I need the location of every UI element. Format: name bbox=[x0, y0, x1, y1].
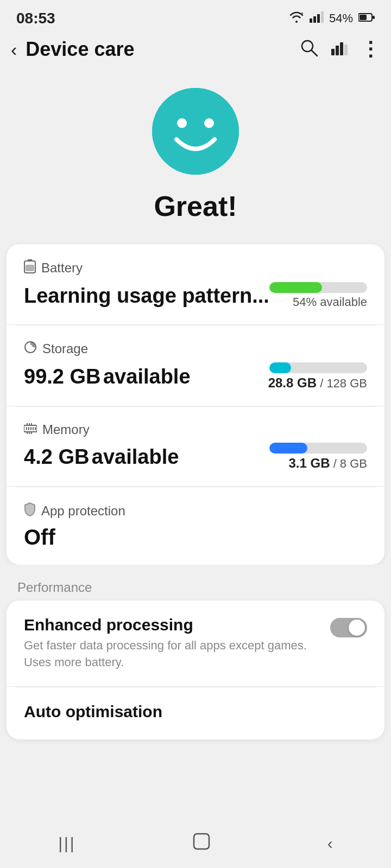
page-title: Device care bbox=[26, 38, 300, 61]
storage-used: 28.8 GB bbox=[268, 375, 317, 390]
svg-line-9 bbox=[312, 50, 317, 56]
battery-card[interactable]: Battery Learning usage pattern... 54% av… bbox=[7, 244, 384, 325]
battery-status-text: Learning usage pattern... bbox=[24, 284, 269, 308]
svg-text:+: + bbox=[301, 11, 304, 16]
battery-available-text: 54% available bbox=[293, 295, 367, 309]
app-protection-status: Off bbox=[24, 525, 55, 549]
memory-sub: available bbox=[92, 445, 179, 468]
hero-title: Great! bbox=[154, 190, 237, 222]
svg-rect-4 bbox=[321, 11, 324, 23]
memory-main: 4.2 GB available bbox=[24, 445, 179, 469]
auto-optimisation-content: Auto optimisation bbox=[24, 703, 367, 724]
status-bar: 08:53 + 54% bbox=[0, 0, 391, 33]
storage-value: 99.2 GB bbox=[24, 365, 101, 388]
device-stats-card: Battery Learning usage pattern... 54% av… bbox=[7, 244, 384, 565]
svg-rect-18 bbox=[28, 259, 32, 261]
battery-label: Battery bbox=[41, 260, 83, 276]
search-icon[interactable] bbox=[300, 39, 318, 61]
svg-rect-23 bbox=[26, 427, 27, 430]
performance-settings-card: Enhanced processing Get faster data proc… bbox=[7, 601, 384, 739]
battery-right: 54% available bbox=[269, 282, 367, 309]
svg-rect-25 bbox=[30, 427, 31, 430]
app-protection-label: App protection bbox=[41, 503, 125, 519]
wifi-icon: + bbox=[289, 11, 304, 26]
enhanced-processing-title: Enhanced processing bbox=[24, 616, 319, 634]
memory-detail-text: 3.1 GB / 8 GB bbox=[288, 456, 367, 471]
storage-progress-bar bbox=[269, 362, 367, 373]
battery-card-icon bbox=[24, 259, 36, 277]
auto-optimisation-title: Auto optimisation bbox=[24, 703, 356, 721]
back-button[interactable]: ‹ bbox=[11, 40, 17, 59]
app-protection-card[interactable]: App protection Off bbox=[7, 487, 384, 565]
enhanced-processing-toggle[interactable] bbox=[330, 618, 367, 637]
svg-rect-11 bbox=[336, 46, 339, 55]
svg-rect-19 bbox=[26, 265, 34, 271]
svg-rect-34 bbox=[194, 834, 209, 849]
data-usage-icon[interactable] bbox=[331, 40, 348, 59]
more-options-icon[interactable]: ⋮ bbox=[361, 42, 380, 58]
memory-right: 3.1 GB / 8 GB bbox=[269, 443, 367, 471]
svg-point-21 bbox=[28, 345, 33, 349]
home-button[interactable] bbox=[192, 832, 211, 855]
storage-card[interactable]: Storage 99.2 GB available 28.8 GB / 128 … bbox=[7, 326, 384, 406]
recents-button[interactable]: ||| bbox=[58, 834, 75, 853]
enhanced-processing-content: Enhanced processing Get faster data proc… bbox=[24, 616, 330, 671]
svg-rect-6 bbox=[360, 15, 367, 20]
svg-rect-3 bbox=[317, 14, 320, 23]
hero-section: Great! bbox=[0, 72, 391, 244]
svg-point-15 bbox=[177, 118, 187, 128]
battery-icon bbox=[358, 11, 375, 25]
memory-value: 4.2 GB bbox=[24, 445, 89, 468]
svg-point-16 bbox=[204, 118, 214, 128]
battery-progress-fill bbox=[269, 282, 322, 293]
storage-sub: available bbox=[103, 365, 191, 388]
toggle-knob bbox=[349, 620, 365, 636]
svg-point-14 bbox=[152, 88, 239, 175]
enhanced-processing-toggle-wrap bbox=[330, 618, 367, 637]
back-button-nav[interactable]: ‹ bbox=[327, 834, 333, 853]
svg-rect-1 bbox=[310, 18, 312, 23]
svg-rect-12 bbox=[340, 42, 343, 55]
storage-label: Storage bbox=[42, 341, 88, 356]
memory-label: Memory bbox=[42, 422, 90, 437]
memory-card-icon bbox=[24, 422, 37, 437]
memory-progress-bar bbox=[269, 443, 367, 454]
svg-rect-7 bbox=[373, 16, 375, 19]
storage-main: 99.2 GB available bbox=[24, 365, 191, 388]
app-protection-icon bbox=[24, 502, 36, 520]
performance-section-label: Performance bbox=[0, 565, 391, 601]
bottom-nav: ||| ‹ bbox=[0, 822, 391, 868]
battery-progress-bar bbox=[269, 282, 367, 293]
auto-optimisation-item[interactable]: Auto optimisation bbox=[7, 687, 384, 739]
enhanced-processing-desc: Get faster data processing for all apps … bbox=[24, 637, 319, 671]
status-icons: + 54% bbox=[289, 11, 375, 26]
top-nav: ‹ Device care ⋮ bbox=[0, 33, 391, 72]
svg-rect-27 bbox=[35, 427, 36, 430]
storage-right: 28.8 GB / 128 GB bbox=[268, 362, 367, 391]
memory-used: 3.1 GB bbox=[288, 456, 330, 470]
app-protection-status-wrap: Off bbox=[24, 525, 367, 550]
mood-indicator bbox=[152, 88, 239, 175]
performance-section: Performance Enhanced processing Get fast… bbox=[0, 565, 391, 739]
storage-detail-text: 28.8 GB / 128 GB bbox=[268, 375, 367, 391]
memory-card[interactable]: Memory 4.2 GB available 3.1 GB / 8 GB bbox=[7, 407, 384, 487]
svg-rect-13 bbox=[344, 44, 348, 55]
nav-actions: ⋮ bbox=[300, 39, 380, 61]
signal-icon bbox=[310, 11, 324, 26]
enhanced-processing-item[interactable]: Enhanced processing Get faster data proc… bbox=[7, 601, 384, 687]
storage-card-icon bbox=[24, 341, 37, 357]
battery-percentage: 54% bbox=[329, 11, 353, 25]
svg-point-8 bbox=[302, 41, 313, 52]
bottom-spacer bbox=[0, 739, 391, 794]
storage-progress-fill bbox=[269, 362, 291, 373]
svg-rect-24 bbox=[28, 427, 29, 430]
svg-rect-10 bbox=[331, 49, 335, 55]
status-time: 08:53 bbox=[16, 10, 55, 27]
memory-progress-fill bbox=[269, 443, 307, 454]
svg-rect-26 bbox=[33, 427, 34, 430]
svg-rect-2 bbox=[313, 16, 316, 23]
